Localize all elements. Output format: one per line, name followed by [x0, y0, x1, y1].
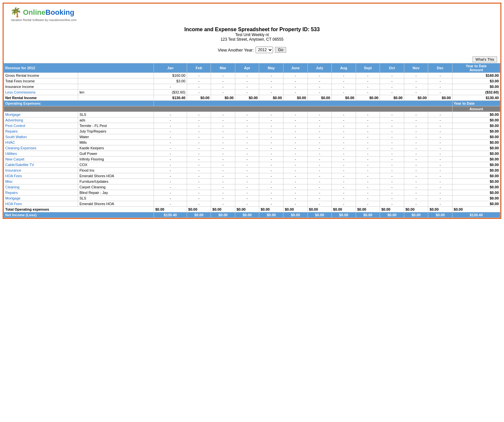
table-row: New Carpet Infinity Flooring -----------…: [4, 157, 500, 162]
row-label-link[interactable]: Cleaning Expenses: [4, 145, 78, 151]
ytd-header: Year to DateAmount: [452, 63, 500, 73]
month-aug: Aug: [332, 63, 356, 73]
op-expenses-header: Operating Expenses: Year to Date: [4, 101, 500, 106]
spreadsheet-table: Revenue for 2012 Jan Feb Mar Apr May Jun…: [4, 63, 500, 218]
row-jan: $160.00: [154, 73, 187, 78]
ytd-subheader: Amount: [4, 106, 500, 112]
row-sub: [78, 84, 154, 90]
month-sept: Sept: [356, 63, 380, 73]
year-selector-label: View Another Year:: [218, 48, 254, 53]
row-label-link[interactable]: Cleaning: [4, 184, 78, 190]
row-label-link[interactable]: Utilities: [4, 151, 78, 157]
month-nov: Nov: [404, 63, 428, 73]
title-section: Income and Expense Spreadsheet for Prope…: [4, 23, 500, 43]
table-row: South Walton Water ------------ $0.00: [4, 134, 500, 140]
table-row: Total Fees Income $3.00 - - - - - - - - …: [4, 78, 500, 84]
row-label-link[interactable]: Repairs: [4, 190, 78, 196]
month-jan: Jan: [154, 63, 187, 73]
month-june: June: [284, 63, 308, 73]
go-button[interactable]: Go: [275, 47, 286, 53]
property-subtitle1: Test Unit Weekly nt: [4, 32, 500, 37]
table-row: Utilities Gulf Power ------------ $0.00: [4, 151, 500, 157]
net-income-label: Net Income (Loss): [4, 212, 154, 218]
month-dec: Dec: [428, 63, 452, 73]
logo-online: Online: [23, 8, 45, 17]
month-oct: Oct: [380, 63, 404, 73]
table-row: Repairs Blind Repair - Jay ------------ …: [4, 190, 500, 196]
row-label-link[interactable]: Mortgage: [4, 112, 78, 117]
table-row: Pest Control Termite - FL Pest ---------…: [4, 123, 500, 129]
page-title: Income and Expense Spreadsheet for Prope…: [4, 27, 500, 32]
row-label-link[interactable]: HOA Fees: [4, 173, 78, 179]
row-label-link[interactable]: New Carpet: [4, 157, 78, 162]
property-subtitle2: 123 Test Street, Anytown, CT 06555: [4, 37, 500, 42]
table-row: Cleaning Carpet Cleaning ------------ $0…: [4, 184, 500, 190]
row-sub: len: [78, 90, 154, 95]
row-label-link[interactable]: Repairs: [4, 129, 78, 134]
row-sub: [78, 95, 154, 101]
table-row: Repairs July Trip/Repairs ------------ $…: [4, 129, 500, 134]
month-feb: Feb: [187, 63, 211, 73]
table-row: Less Commissions len ($32.60) - - - - - …: [4, 90, 500, 95]
table-row: Gross Rental Income $160.00 - - - - - - …: [4, 73, 500, 78]
year-selector: View Another Year: 2012 2011 2013 Go: [4, 43, 500, 56]
table-row: Insurance Income - - - - - - - - - - - -…: [4, 84, 500, 90]
table-row: Cleaning Expenses Kastle Keepers -------…: [4, 145, 500, 151]
month-mar: Mar: [211, 63, 235, 73]
row-label-link[interactable]: Less Commissions: [4, 90, 78, 95]
table-header-row: Revenue for 2012 Jan Feb Mar Apr May Jun…: [4, 63, 500, 73]
row-label-link[interactable]: Pest Control: [4, 123, 78, 129]
row-label-link[interactable]: South Walton: [4, 134, 78, 140]
row-label-link[interactable]: Mortgage: [4, 196, 78, 201]
year-select[interactable]: 2012 2011 2013: [256, 47, 273, 53]
row-label-link[interactable]: HOA Fees: [4, 201, 78, 207]
month-apr: Apr: [235, 63, 259, 73]
table-row: Misc Furniture/Updates ------------ $0.0…: [4, 179, 500, 184]
table-row: HVAC Mills ------------ $0.00: [4, 140, 500, 145]
net-income-row: Net Income (Loss) $130.40 $0.00 $0.00 $0…: [4, 212, 500, 218]
row-label-link[interactable]: Cable/Satellite TV: [4, 162, 78, 168]
op-expenses-label: Operating Expenses:: [4, 101, 154, 106]
total-operating-row: Total Operating expenses $0.00 $0.00 $0.…: [4, 207, 500, 212]
palm-icon: 🌴: [10, 7, 22, 18]
month-july: July: [307, 63, 332, 73]
row-sub: [78, 78, 154, 84]
row-label-link[interactable]: Misc: [4, 179, 78, 184]
table-row: Mortgage SLS ------------ $0.00: [4, 196, 500, 201]
row-sub: [78, 73, 154, 78]
table-row: Net Rental Income $130.40 $0.00 $0.00 $0…: [4, 95, 500, 101]
table-row: Insurance Flood Ins ------------ $0.00: [4, 168, 500, 173]
row-label: Net Rental Income: [4, 95, 78, 101]
table-row: Advertising ads ------------ $0.00: [4, 117, 500, 123]
row-label-link[interactable]: HVAC: [4, 140, 78, 145]
month-may: May: [259, 63, 284, 73]
table-row: Cable/Satellite TV COX ------------ $0.0…: [4, 162, 500, 168]
row-label: Insurance Income: [4, 84, 78, 90]
logo-booking: Booking: [45, 8, 74, 17]
row-label: Total Fees Income: [4, 78, 78, 84]
row-label-link[interactable]: Advertising: [4, 117, 78, 123]
logo-sub: Vacation Rental Software by rvacationson…: [11, 18, 76, 22]
revenue-header: Revenue for 2012: [4, 63, 154, 73]
total-op-label: Total Operating expenses: [4, 207, 154, 212]
row-label: Gross Rental Income: [4, 73, 78, 78]
logo: 🌴 OnlineBooking Vacation Rental Software…: [10, 7, 76, 22]
table-row: HOA Fees Emerald Shores HOA ------------…: [4, 173, 500, 179]
whats-this-button[interactable]: What's This: [472, 56, 497, 62]
row-label-link[interactable]: Insurance: [4, 168, 78, 173]
table-row: HOA Fees Emerald Shores HOA ------------…: [4, 201, 500, 207]
table-row: Mortgage SLS ------------ $0.00: [4, 112, 500, 117]
